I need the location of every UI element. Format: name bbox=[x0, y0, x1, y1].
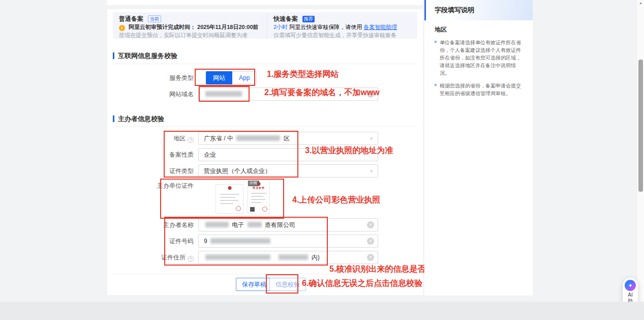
sponsor-name-label: 主办者名称 bbox=[138, 221, 194, 229]
name-value-post: 造有限公司 bbox=[265, 221, 295, 228]
fast-filing-note: 仅需填写少量信息智能生成，并享受快速审核服务 bbox=[273, 31, 411, 39]
unit-cert-sample-image[interactable]: 示例 营业执照 bbox=[248, 180, 270, 214]
chevron-down-icon: ∨ bbox=[370, 132, 373, 144]
cert-no-label: 证件号码 bbox=[138, 237, 194, 245]
service-type-toggle: 网站 App bbox=[206, 71, 257, 84]
normal-filing-title: 普通备案 bbox=[119, 15, 143, 22]
field-guide-tip: 单位备案请选择单位有效证件所在省份，个人备案建议选择个人有效证件所在省份，如没有… bbox=[435, 39, 524, 77]
cert-no-input[interactable]: 9 × bbox=[198, 235, 378, 248]
field-guide-tip: 根据您选择的省份，备案申请会提交至相应的省级通信管理局审核。 bbox=[435, 82, 524, 97]
cert-type-value: 营业执照（个人或企业） bbox=[204, 167, 271, 174]
field-guide-field-name: 地区 bbox=[435, 25, 524, 34]
domain-label: 网站域名 bbox=[138, 90, 194, 98]
bullet-icon bbox=[435, 84, 437, 86]
sample-badge: 示例 bbox=[248, 180, 259, 186]
service-type-label: 服务类型 bbox=[138, 74, 194, 82]
fast-text: 阿里云快速审核保障，请使用 bbox=[288, 24, 363, 30]
nature-label: 备案性质 bbox=[138, 151, 194, 159]
cert-no-pre: 9 bbox=[204, 238, 207, 245]
region-value-pre: 广东省 / 中 bbox=[204, 135, 233, 142]
normal-filing-note: 按现在提交预估，实际以订单提交时间顺延调整为准 bbox=[119, 31, 261, 39]
bullet-icon bbox=[435, 41, 437, 43]
redacted-region-value bbox=[236, 135, 280, 141]
license-text-line bbox=[220, 194, 239, 195]
license-emblem-icon bbox=[228, 186, 231, 190]
sparkle-icon: ✦ bbox=[625, 280, 636, 291]
divider bbox=[113, 64, 417, 64]
redacted-name-value bbox=[248, 222, 262, 227]
section-title-sponsor: 主办者信息校验 bbox=[113, 115, 164, 123]
sponsor-name-input[interactable]: 电子 造有限公司 × bbox=[198, 218, 378, 231]
nature-input[interactable]: 企业 bbox=[198, 148, 378, 161]
license-seal-icon bbox=[236, 206, 241, 211]
cert-addr-label: 证件住所? bbox=[138, 253, 194, 261]
fast-filing-title: 快速备案 bbox=[273, 15, 298, 22]
region-label: 地区? bbox=[138, 134, 194, 142]
ai-assistant-label: AI bbox=[623, 292, 638, 298]
license-text-line bbox=[251, 193, 266, 194]
divider bbox=[113, 274, 417, 274]
review-eta-text: 阿里云初审预计完成时间： 2025年11月18日20:00前 bbox=[129, 24, 259, 30]
license-seal-icon bbox=[262, 207, 267, 212]
fast-highlight: 2小时 bbox=[273, 24, 288, 30]
redacted-name-value bbox=[205, 222, 229, 227]
warning-icon: ! bbox=[119, 25, 125, 31]
website-toggle-button[interactable]: 网站 bbox=[206, 71, 232, 84]
addr-value-post: 内) bbox=[312, 254, 320, 261]
previous-card-edge bbox=[107, 0, 423, 5]
save-draft-button[interactable]: 保存草稿 bbox=[236, 278, 272, 291]
unit-cert-uploaded-image[interactable] bbox=[216, 184, 243, 214]
name-value-mid: 电子 bbox=[232, 221, 244, 228]
license-text-line bbox=[220, 203, 233, 204]
page-scrollbar[interactable]: ▲ ▼ bbox=[636, 0, 644, 320]
region-value-post: 区 bbox=[284, 135, 290, 142]
section-bar bbox=[113, 115, 114, 122]
icp-filing-page: 普通备案 当前 ! 阿里云初审预计完成时间： 2025年11月18日20:00前… bbox=[0, 0, 644, 320]
license-title: 营业执照 bbox=[248, 186, 269, 189]
scrollbar-thumb[interactable] bbox=[638, 60, 643, 192]
region-select[interactable]: 广东省 / 中 区 ∨ bbox=[198, 132, 378, 145]
license-text-line bbox=[220, 197, 235, 198]
field-guide-title: 字段填写说明 bbox=[435, 0, 533, 20]
assistant-link[interactable]: 备案智能助理 bbox=[363, 24, 397, 30]
clear-icon[interactable]: × bbox=[367, 221, 374, 228]
filing-form-card: 普通备案 当前 ! 阿里云初审预计完成时间： 2025年11月18日20:00前… bbox=[107, 9, 423, 295]
field-guide-header: 字段填写说明 bbox=[424, 0, 533, 20]
license-text-line bbox=[251, 196, 263, 197]
footer-area bbox=[0, 302, 644, 320]
clear-icon[interactable]: × bbox=[367, 254, 374, 261]
cert-addr-input[interactable]: 内) × bbox=[198, 251, 378, 264]
clear-icon[interactable]: × bbox=[367, 238, 374, 245]
license-qr-icon bbox=[250, 207, 255, 212]
fast-filing-notice: 快速备案 推荐 2小时 阿里云快速审核保障，请使用 备案智能助理 仅需填写少量信… bbox=[267, 12, 417, 39]
nature-value: 企业 bbox=[204, 151, 216, 158]
redacted-addr-value bbox=[205, 254, 270, 260]
section-bar bbox=[113, 52, 114, 59]
recommend-badge: 推荐 bbox=[302, 16, 315, 22]
license-text-line bbox=[251, 199, 265, 200]
cert-type-label: 证件类型 bbox=[138, 167, 194, 175]
license-text-line bbox=[220, 200, 238, 201]
normal-filing-notice: 普通备案 当前 ! 阿里云初审预计完成时间： 2025年11月18日20:00前… bbox=[113, 12, 267, 39]
verify-info-button[interactable]: 信息校验 bbox=[269, 278, 306, 291]
cert-type-select[interactable]: 营业执照（个人或企业） ∨ bbox=[198, 164, 378, 178]
scroll-up-icon[interactable]: ▲ bbox=[637, 1, 644, 5]
info-icon[interactable]: ? bbox=[188, 256, 194, 262]
redacted-domain-value bbox=[205, 91, 242, 97]
app-toggle-button[interactable]: App bbox=[232, 71, 257, 84]
section-title-internet: 互联网信息服务校验 bbox=[113, 52, 177, 60]
unit-cert-label: 主办单位证件 bbox=[138, 182, 194, 190]
divider bbox=[113, 126, 417, 127]
license-text-line bbox=[251, 202, 261, 203]
redacted-addr-value bbox=[279, 254, 308, 260]
chevron-down-icon: ∨ bbox=[370, 165, 373, 177]
clear-icon[interactable]: × bbox=[367, 91, 374, 98]
filing-mode-notice: 普通备案 当前 ! 阿里云初审预计完成时间： 2025年11月18日20:00前… bbox=[113, 12, 417, 39]
redacted-cert-no bbox=[210, 238, 270, 244]
field-guide-sidebar: 字段填写说明 地区 单位备案请选择单位有效证件所在省份，个人备案建议选择个人有效… bbox=[424, 0, 533, 296]
info-icon[interactable]: ? bbox=[188, 137, 194, 143]
field-guide-content: 地区 单位备案请选择单位有效证件所在省份，个人备案建议选择个人有效证件所在省份，… bbox=[424, 22, 533, 102]
domain-input[interactable]: × bbox=[198, 88, 378, 101]
current-badge: 当前 bbox=[148, 15, 161, 22]
